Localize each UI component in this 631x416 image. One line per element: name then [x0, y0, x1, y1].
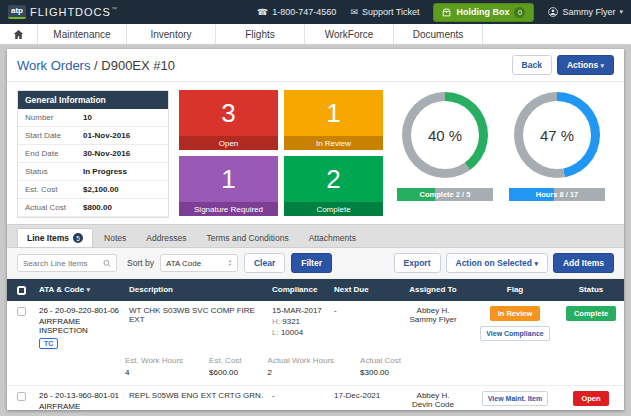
column-header-assigned-to[interactable]: Assigned To — [394, 279, 472, 301]
row-checkbox[interactable] — [17, 392, 26, 401]
compliance-cell: - — [268, 386, 330, 410]
ata-name: AIRFRAME — [39, 402, 121, 410]
complete-progress-bar: Complete 2 / 5 — [397, 188, 493, 201]
app-window: atp FLIGHTDOCS™ ☎ 1-800-747-4560 ✉ Suppo… — [0, 0, 631, 416]
breadcrumb-work-orders-link[interactable]: Work Orders — [17, 58, 90, 73]
actual-work-hours: 2 — [268, 368, 335, 377]
complete-progress-label: Complete 2 / 5 — [397, 188, 493, 201]
tab-attachments[interactable]: Attachments — [300, 229, 365, 247]
breadcrumb-separator: / — [90, 58, 101, 73]
support-ticket-label: Support Ticket — [362, 7, 420, 17]
in-review-flag-badge[interactable]: In Review — [490, 306, 541, 321]
ata-code: 26 - 20-09-220-801-06 — [39, 306, 121, 315]
status-badge-complete[interactable]: Complete — [566, 306, 616, 321]
user-name: Sammy Flyer — [562, 7, 615, 17]
hours-progress-bar: Hours 8 / 17 — [509, 188, 605, 201]
est-work-hours: 4 — [125, 368, 183, 377]
description-cell: REPL S05WB ENG EXT CRTG GRN. — [125, 386, 268, 410]
column-header-compliance[interactable]: Compliance — [268, 279, 330, 301]
export-button[interactable]: Export — [394, 253, 441, 273]
ata-name: AIRFRAME INSPECTION — [39, 317, 121, 335]
tab-line-items[interactable]: Line Items 5 — [17, 228, 93, 247]
actions-dropdown-button[interactable]: Actions ▾ — [557, 55, 614, 75]
add-items-button[interactable]: Add Items — [553, 253, 614, 273]
tab-addresses[interactable]: Addresses — [137, 229, 195, 247]
line-items-count-badge: 5 — [73, 233, 83, 243]
holding-box-count-badge: 0 — [514, 7, 525, 18]
trademark-symbol: ™ — [111, 6, 118, 12]
line-item-details: Est. Work Hours4 Est. Cost$600.00 Actual… — [7, 354, 624, 385]
compliance-cell: 15-MAR-2017 H: 9321 L: 10004 — [268, 301, 330, 354]
column-header-status[interactable]: Status — [558, 279, 624, 301]
status-card-in-review[interactable]: 1 In Review — [284, 90, 383, 150]
phone-number: 1-800-747-4560 — [272, 7, 336, 17]
holding-box-button[interactable]: Holding Box 0 — [433, 3, 534, 22]
search-input[interactable] — [23, 259, 103, 268]
nav-item-workforce[interactable]: WorkForce — [305, 24, 394, 44]
chevron-down-icon: ▾ — [619, 8, 623, 16]
atp-logo-icon: atp — [8, 5, 26, 19]
status-card-complete[interactable]: 2 Complete — [284, 156, 383, 216]
column-header-ata-code[interactable]: ATA & Code ▾ — [35, 279, 125, 301]
line-items-table: ATA & Code ▾ Description Compliance Next… — [7, 279, 624, 410]
phone-icon: ☎ — [257, 7, 268, 17]
progress-gauges: 40 % Complete 2 / 5 47 % Hou — [397, 90, 605, 218]
hours-percent: 47 % — [540, 127, 574, 144]
support-ticket-link[interactable]: ✉ Support Ticket — [350, 7, 419, 17]
view-compliance-button[interactable]: View Compliance — [480, 326, 549, 341]
column-header-flag[interactable]: Flag — [472, 279, 558, 301]
top-bar: atp FLIGHTDOCS™ ☎ 1-800-747-4560 ✉ Suppo… — [0, 0, 631, 24]
tc-badge[interactable]: TC — [39, 338, 58, 349]
compliance-date: 15-MAR-2017 — [272, 306, 326, 315]
hours-gauge: 47 % Hours 8 / 17 — [509, 90, 605, 218]
general-information-title: General Information — [18, 91, 168, 109]
nav-item-documents[interactable]: Documents — [394, 24, 483, 44]
action-on-selected-dropdown[interactable]: Action on Selected ▾ — [446, 253, 548, 273]
status-badge-open[interactable]: Open — [573, 391, 608, 406]
status-card-signature-required[interactable]: 1 Signature Required — [179, 156, 278, 216]
table-header-row: ATA & Code ▾ Description Compliance Next… — [7, 279, 624, 301]
description-cell: WT CHK S03WB SVC COMP FIRE EXT — [125, 301, 268, 354]
general-information-panel: General Information Number10 Start Date0… — [17, 90, 169, 218]
tab-notes[interactable]: Notes — [95, 229, 135, 247]
view-maint-item-button[interactable]: View Maint. Item — [482, 391, 548, 406]
phone-link[interactable]: ☎ 1-800-747-4560 — [257, 7, 336, 17]
sort-select[interactable]: ATA Code ▲▼ — [160, 254, 238, 272]
compliance-landings: 10004 — [281, 328, 303, 337]
logo-text: FLIGHTDOCS — [30, 6, 111, 18]
user-menu[interactable]: Sammy Flyer ▾ — [548, 7, 623, 17]
complete-percent: 40 % — [428, 127, 462, 144]
column-header-next-due[interactable]: Next Due — [330, 279, 394, 301]
filter-button[interactable]: Filter — [291, 253, 332, 273]
column-header-description[interactable]: Description — [125, 279, 268, 301]
page-title: D900EX #10 — [101, 58, 175, 73]
select-all-checkbox[interactable] — [17, 286, 26, 295]
nav-item-maintenance[interactable]: Maintenance — [38, 24, 127, 44]
actual-cost: $300.00 — [360, 368, 401, 377]
assigned-to-cell: Abbey H. Sammy Flyer — [394, 301, 472, 354]
next-due-cell: - — [330, 301, 394, 354]
flightdocs-logo[interactable]: atp FLIGHTDOCS™ — [8, 5, 118, 19]
line-items-toolbar: Sort by ATA Code ▲▼ Clear Filter Export … — [7, 248, 624, 279]
complete-gauge: 40 % Complete 2 / 5 — [397, 90, 493, 218]
clear-button[interactable]: Clear — [244, 253, 285, 273]
main-nav: Maintenance Inventory Flights WorkForce … — [0, 24, 631, 45]
tab-terms-and-conditions[interactable]: Terms and Conditions — [197, 229, 297, 247]
flag-cell: View Maint. Item — [472, 386, 558, 410]
spinner-icon: ▲▼ — [228, 259, 232, 267]
status-card-open[interactable]: 3 Open — [179, 90, 278, 150]
search-box — [17, 254, 117, 272]
table-row: 26 - 20-09-220-801-06 AIRFRAME INSPECTIO… — [7, 301, 624, 386]
assigned-to-cell: Abbey H. Devin Code — [394, 386, 472, 410]
nav-item-flights[interactable]: Flights — [216, 24, 305, 44]
chevron-down-icon: ▾ — [534, 260, 538, 267]
sort-caret-icon: ▾ — [86, 286, 90, 293]
nav-item-inventory[interactable]: Inventory — [127, 24, 216, 44]
row-checkbox[interactable] — [17, 307, 26, 316]
back-button[interactable]: Back — [512, 55, 552, 75]
info-row-start-date: Start Date01-Nov-2016 — [18, 127, 168, 145]
nav-home-button[interactable] — [0, 24, 38, 44]
home-icon — [13, 29, 24, 40]
flag-cell: In Review View Compliance — [472, 301, 558, 354]
box-icon — [442, 8, 451, 17]
